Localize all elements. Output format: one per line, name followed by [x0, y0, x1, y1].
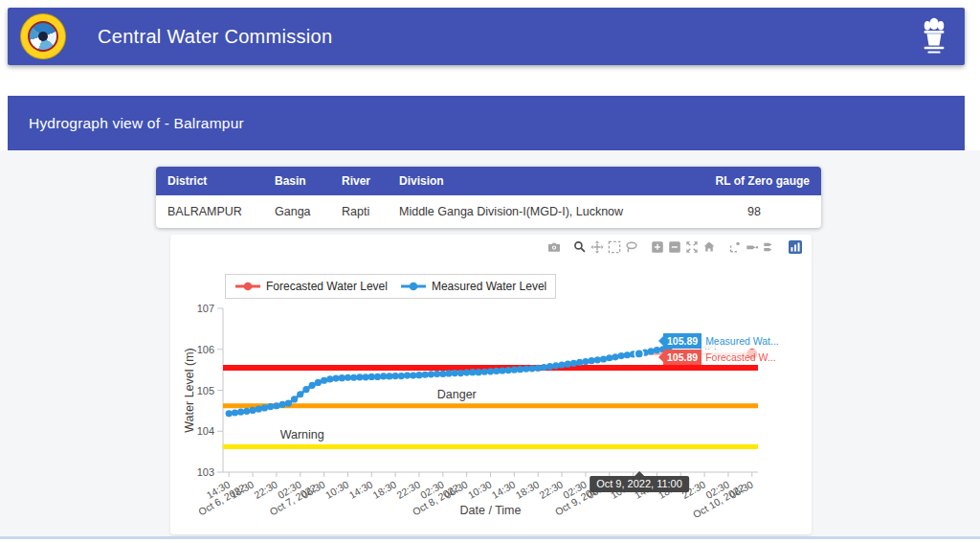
- hover-name-forecasted: Forecasted W...: [702, 350, 780, 365]
- cwc-logo-icon: [21, 14, 65, 58]
- svg-text:105: 105: [197, 385, 214, 396]
- svg-text:18:30: 18:30: [370, 478, 398, 501]
- cell-rl-zero-gauge: 98: [687, 195, 821, 228]
- svg-text:22:30: 22:30: [537, 478, 565, 501]
- col-river: River: [330, 167, 388, 195]
- app-header: Central Water Commission: [8, 8, 965, 65]
- content-section: District Basin River Division RL of Zero…: [0, 150, 980, 536]
- col-district: District: [156, 167, 263, 195]
- measured-legend-glyph: [400, 282, 427, 291]
- hover-label-forecasted: 105.89Forecasted W...: [654, 350, 780, 365]
- modebar-group: [649, 238, 718, 256]
- svg-text:14:30: 14:30: [347, 478, 375, 501]
- col-basin: Basin: [263, 167, 330, 195]
- hover-label-measured: 105.89Measured Wat...: [654, 333, 782, 349]
- hover-closest-icon[interactable]: [744, 238, 761, 256]
- svg-text:107: 107: [197, 303, 214, 314]
- svg-text:06:30: 06:30: [727, 478, 755, 501]
- svg-text:104: 104: [197, 425, 214, 437]
- forecasted-legend-glyph: [234, 282, 261, 291]
- legend-label-forecasted: Forecasted Water Level: [266, 280, 388, 293]
- x-axis-hover-tooltip: Oct 9, 2022, 11:00: [590, 476, 689, 492]
- autoscale-icon[interactable]: [683, 238, 701, 256]
- col-rl-zero-gauge: RL of Zero gauge: [687, 167, 821, 195]
- modebar-group: [571, 238, 640, 256]
- svg-text:18:30: 18:30: [228, 478, 256, 501]
- svg-text:Warning: Warning: [280, 428, 324, 441]
- svg-text:10:30: 10:30: [323, 478, 351, 501]
- svg-text:22:30: 22:30: [252, 478, 279, 501]
- cell-basin: Ganga: [263, 195, 330, 228]
- modebar-group: [546, 238, 563, 256]
- box-select-icon[interactable]: [606, 238, 623, 256]
- modebar-group: [726, 238, 778, 256]
- plotly-modebar: [537, 238, 804, 256]
- hydrograph-chart-card: 10310410510610714:30Oct 6, 202218:3022:3…: [170, 235, 812, 534]
- chart-legend: Forecasted Water Level Measured Water Le…: [225, 274, 556, 299]
- svg-text:Date / Time: Date / Time: [460, 504, 522, 517]
- hover-value-measured: 105.89: [663, 333, 702, 349]
- modebar-group: [787, 238, 804, 256]
- cell-district: BALRAMPUR: [156, 195, 263, 228]
- svg-text:06:30: 06:30: [300, 478, 327, 501]
- station-info-card: District Basin River Division RL of Zero…: [156, 167, 821, 228]
- col-division: Division: [388, 167, 687, 195]
- cell-division: Middle Ganga Division-I(MGD-I), Lucknow: [388, 195, 687, 228]
- svg-text:10:30: 10:30: [466, 478, 494, 501]
- table-row: BALRAMPUR Ganga Rapti Middle Ganga Divis…: [156, 195, 821, 228]
- zoom-icon[interactable]: [571, 238, 589, 256]
- svg-text:22:30: 22:30: [394, 478, 422, 501]
- footer-divider: [0, 536, 980, 539]
- plotly-logo-icon[interactable]: [787, 238, 804, 256]
- svg-text:06:30: 06:30: [442, 478, 470, 501]
- legend-item-forecasted[interactable]: Forecasted Water Level: [234, 280, 388, 293]
- reset-axes-icon[interactable]: [701, 238, 718, 256]
- pan-icon[interactable]: [589, 238, 606, 256]
- hover-name-measured: Measured Wat...: [702, 333, 782, 349]
- svg-text:14:30: 14:30: [490, 478, 518, 501]
- hover-caret-forecasted: [654, 352, 663, 362]
- legend-item-measured[interactable]: Measured Water Level: [400, 280, 546, 293]
- page-banner: Hydrograph view of - Balrampur: [8, 96, 965, 150]
- legend-label-measured: Measured Water Level: [432, 280, 546, 293]
- svg-text:18:30: 18:30: [513, 478, 541, 501]
- lasso-icon[interactable]: [623, 238, 640, 256]
- svg-text:Water Level (m): Water Level (m): [183, 348, 196, 432]
- camera-icon[interactable]: [546, 238, 563, 256]
- cwc-logo-inner: [28, 21, 58, 52]
- hover-value-forecasted: 105.89: [663, 350, 702, 365]
- zoom-out-icon[interactable]: [666, 238, 683, 256]
- svg-text:Danger: Danger: [437, 388, 477, 401]
- station-table: District Basin River Division RL of Zero…: [156, 167, 821, 228]
- zoom-in-icon[interactable]: [649, 238, 666, 256]
- table-header-row: District Basin River Division RL of Zero…: [156, 167, 821, 195]
- toggle-spikelines-icon[interactable]: [726, 238, 744, 256]
- page-title: Hydrograph view of - Balrampur: [29, 115, 244, 132]
- hover-caret-measured: [654, 336, 663, 346]
- svg-text:106: 106: [197, 344, 214, 355]
- india-emblem-icon: [919, 15, 949, 57]
- svg-text:103: 103: [197, 466, 214, 478]
- cell-river: Rapti: [330, 195, 388, 228]
- hover-compare-icon[interactable]: [761, 238, 778, 256]
- app-title: Central Water Commission: [98, 26, 332, 48]
